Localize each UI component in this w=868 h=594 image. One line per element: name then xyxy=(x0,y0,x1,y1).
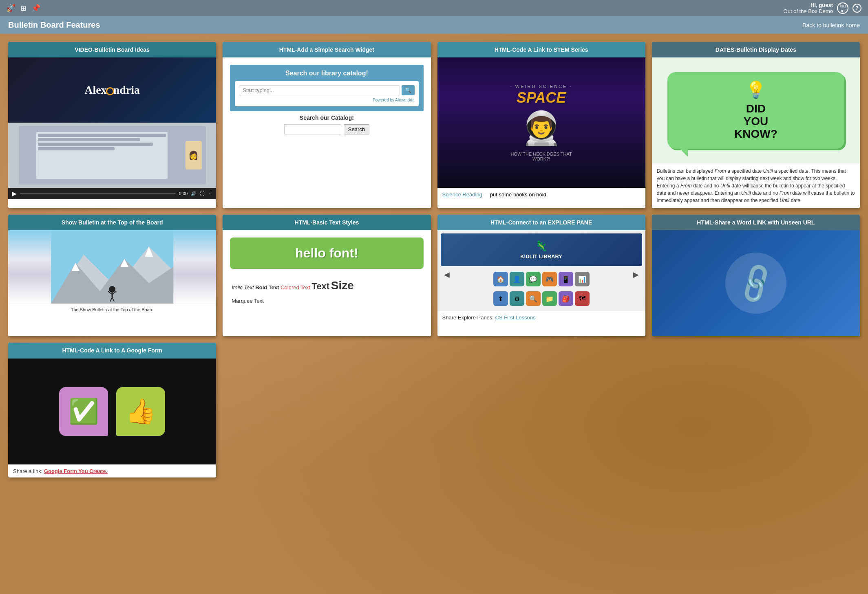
explore-icon-12[interactable]: 🗺 xyxy=(575,291,590,306)
cs-first-link[interactable]: CS First Lessons xyxy=(495,315,536,321)
search-widget-card-body: Search our library catalog! 🔍 Powered by… xyxy=(223,57,431,142)
word-link-body: 🔗 xyxy=(652,230,860,336)
google-form-title: HTML-Code A Link to A Google Form xyxy=(62,347,162,354)
card-dates: DATES-Bulletin Display Dates 💡 DID YOU K… xyxy=(652,42,860,208)
pin-icon[interactable]: 📌 xyxy=(31,4,40,13)
fullscreen-icon[interactable]: ⛶ xyxy=(200,191,204,196)
video-time: 0:00 xyxy=(179,191,188,196)
video-logo-area: Alexndria xyxy=(8,57,216,123)
explore-icon-10[interactable]: 📁 xyxy=(542,291,557,306)
logo-circle xyxy=(106,87,114,95)
catalog-search-input[interactable] xyxy=(284,124,341,134)
hello-font-area: hello font! xyxy=(230,238,423,269)
powered-by-brand: Alexandria xyxy=(395,98,414,102)
explore-icon-7[interactable]: ⬆ xyxy=(493,291,508,306)
word-link-image: 🔗 xyxy=(652,230,860,336)
xl-text-sample: Size xyxy=(331,279,354,292)
explore-right-arrow[interactable]: ▶ xyxy=(633,270,639,288)
progress-bar[interactable] xyxy=(20,193,176,194)
more-icon[interactable]: ⋮ xyxy=(208,191,212,196)
login-label: log in xyxy=(838,3,848,13)
dyk-line3: KNOW? xyxy=(734,128,777,140)
explore-left-arrow[interactable]: ◀ xyxy=(444,270,450,288)
explore-icon-8[interactable]: ⚙ xyxy=(510,291,524,306)
explore-header-img: 🦎 KIDLIT LIBRARY xyxy=(441,233,642,266)
explore-icon-5[interactable]: 📱 xyxy=(559,272,573,286)
explore-card-body: 🦎 KIDLIT LIBRARY ◀ 🏠 👤 💬 🎮 📱 📊 xyxy=(437,230,645,324)
stem-card-title: HTML-Code A Link to STEM Series xyxy=(495,46,588,53)
back-link[interactable]: Back to bulletins home xyxy=(802,22,860,29)
card-word-link: HTML-Share a Word LINK with Unseen URL 🔗 xyxy=(652,215,860,336)
explore-icon-11[interactable]: 🎒 xyxy=(559,291,573,306)
help-button[interactable]: ? xyxy=(853,4,861,13)
did-you-know-image: 💡 DID YOU KNOW? xyxy=(652,57,860,163)
play-button[interactable]: ▶ xyxy=(12,190,17,197)
top-nav: 🚀 ⊞ 📌 Hi, guest Out of the Box Demo log … xyxy=(0,0,868,16)
dyk-line2: YOU xyxy=(744,115,769,128)
show-bulletin-caption: The Show Bulletin at the Top of the Boar… xyxy=(8,304,216,315)
search-widget-button[interactable]: 🔍 xyxy=(402,85,415,95)
colored-text-sample: Colored Text xyxy=(280,284,310,290)
explore-icons-row: 🏠 👤 💬 🎮 📱 📊 xyxy=(493,272,590,286)
search-widget-input[interactable] xyxy=(239,85,400,95)
login-button[interactable]: log in xyxy=(837,2,848,14)
astronaut-emoji: 👨‍🚀 xyxy=(505,109,578,147)
dates-description: Bulletins can be displayed From a specif… xyxy=(652,163,860,208)
checkmark-bubble: ✅ xyxy=(59,387,108,436)
explore-card-title: HTML-Connect to an EXPLORE PANE xyxy=(490,219,592,226)
show-bulletin-image xyxy=(8,230,216,304)
card-video: VIDEO-Bulletin Board Ideas Alexndria 👩 xyxy=(8,42,216,208)
hello-font-text: hello font! xyxy=(238,246,415,261)
search-widget-box: 🔍 Powered by Alexandria xyxy=(235,81,418,106)
text-styles-title: HTML-Basic Text Styles xyxy=(295,219,359,226)
powered-by: Powered by Alexandria xyxy=(239,98,414,102)
explore-icon-3[interactable]: 💬 xyxy=(526,272,541,286)
marquee-text-sample: Marquee Text xyxy=(232,298,264,304)
mountain-svg xyxy=(8,230,216,304)
user-context: Out of the Box Demo xyxy=(784,8,833,14)
stem-image: · WEIRD SCIENCE · SPACE 👨‍🚀 HOW THE HECK… xyxy=(437,57,645,188)
explore-icon-1[interactable]: 🏠 xyxy=(493,272,508,286)
stem-link-suffix: —put some books on hold! xyxy=(485,191,548,198)
grid-icon[interactable]: ⊞ xyxy=(20,4,27,13)
card-explore: HTML-Connect to an EXPLORE PANE 🦎 KIDLIT… xyxy=(437,215,645,336)
card-show-bulletin: Show Bulletin at the Top of the Board xyxy=(8,215,216,336)
catalog-search-row: Search xyxy=(230,124,423,134)
explore-link-prefix: Share Explore Panes: xyxy=(442,315,494,321)
bold-text-sample: Bold Text xyxy=(255,284,279,290)
dyk-bubble: 💡 DID YOU KNOW? xyxy=(667,72,844,148)
video-card-header: VIDEO-Bulletin Board Ideas xyxy=(8,42,216,57)
stem-subtitle: HOW THE HECK DOES THAT WORK?! xyxy=(505,152,578,161)
board-container: VIDEO-Bulletin Board Ideas Alexndria 👩 xyxy=(0,34,868,594)
video-controls[interactable]: ▶ 0:00 🔊 ⛶ ⋮ xyxy=(8,188,216,199)
user-info: Hi, guest Out of the Box Demo xyxy=(784,2,833,14)
explore-icon-2[interactable]: 👤 xyxy=(510,272,524,286)
user-greeting: Hi, guest xyxy=(784,2,833,8)
explore-icon-9[interactable]: 🔍 xyxy=(526,291,541,306)
show-bulletin-body: The Show Bulletin at the Top of the Boar… xyxy=(8,230,216,315)
top-nav-user: Hi, guest Out of the Box Demo log in ? xyxy=(784,2,861,14)
catalog-search-button[interactable]: Search xyxy=(344,124,369,134)
explore-icons-row-2: ⬆ ⚙ 🔍 📁 🎒 🗺 xyxy=(441,291,642,306)
catalog-search-title: Search our Catalog! xyxy=(230,114,423,121)
catalog-search-section: Search our Catalog! Search xyxy=(230,114,423,134)
stem-link-row: Science Reading —put some books on hold! xyxy=(437,188,645,201)
explore-image: 🦎 KIDLIT LIBRARY ◀ 🏠 👤 💬 🎮 📱 📊 xyxy=(437,230,645,311)
board-grid: VIDEO-Bulletin Board Ideas Alexndria 👩 xyxy=(8,42,860,477)
google-form-link-prefix: Share a link: xyxy=(13,468,42,474)
rocket-icon[interactable]: 🚀 xyxy=(7,4,15,13)
google-form-link-row: Share a link: Google Form You Create. xyxy=(8,464,216,477)
explore-link-row: Share Explore Panes: CS First Lessons xyxy=(437,311,645,324)
card-search-widget: HTML-Add a Simple Search Widget Search o… xyxy=(223,42,431,208)
link-icon: 🔗 xyxy=(714,242,797,325)
thumbsup-bubble: 👍 xyxy=(116,387,165,436)
explore-icon-4[interactable]: 🎮 xyxy=(542,272,557,286)
help-label: ? xyxy=(855,5,858,11)
google-form-link[interactable]: Google Form You Create. xyxy=(44,468,108,474)
science-reading-link[interactable]: Science Reading xyxy=(442,191,482,198)
search-widget-card-header: HTML-Add a Simple Search Widget xyxy=(223,42,431,57)
volume-icon[interactable]: 🔊 xyxy=(191,191,197,196)
explore-icon-6[interactable]: 📊 xyxy=(575,272,590,286)
top-nav-icons: 🚀 ⊞ 📌 xyxy=(7,4,40,13)
powered-by-text: Powered by xyxy=(373,98,394,102)
